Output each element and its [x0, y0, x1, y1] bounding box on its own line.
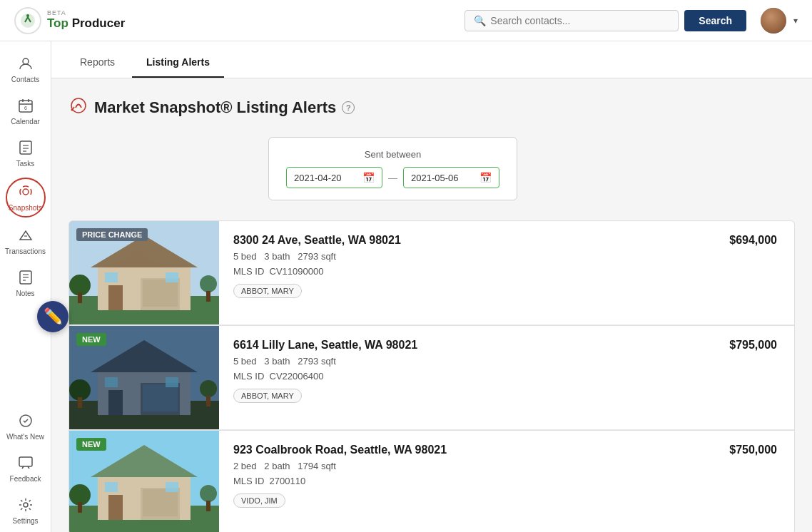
logo-icon — [14, 7, 41, 34]
svg-point-48 — [200, 380, 217, 397]
sidebar-item-snapshots[interactable]: Snapshots — [6, 178, 46, 218]
search-area: 🔍 Search ▾ — [465, 8, 798, 34]
svg-rect-57 — [105, 482, 118, 492]
listing-contact[interactable]: VIDO, JIM — [233, 493, 285, 508]
listing-address: 923 Coalbrook Road, Seattle, WA 98021 — [233, 444, 698, 456]
listings-list: PRICE CHANGE 8300 24 Ave, Seattle, WA 98… — [68, 220, 795, 532]
snapshots-icon — [18, 184, 34, 203]
search-input[interactable] — [490, 15, 669, 26]
sidebar-item-whats-new[interactable]: What's New — [0, 407, 51, 446]
whats-new-label: What's New — [6, 433, 44, 441]
search-button[interactable]: Search — [684, 10, 746, 31]
title-icon — [68, 96, 88, 120]
contacts-label: Contacts — [11, 76, 39, 83]
svg-rect-62 — [206, 501, 210, 511]
page-title: Market Snapshot® Listing Alerts ? — [68, 96, 795, 120]
listing-card[interactable]: NEW 6614 Lilly Lane, Seattle, WA 98021 5… — [68, 325, 795, 430]
calendar-icon: 6 — [18, 98, 34, 116]
listing-mls: MLS ID CV22006400 — [233, 371, 698, 382]
sidebar-item-contacts[interactable]: Contacts — [0, 50, 51, 89]
sidebar-item-tasks[interactable]: Tasks — [0, 134, 51, 173]
calendar-to-icon: 📅 — [479, 172, 492, 183]
fab-button[interactable]: ✏️ — [37, 301, 68, 332]
svg-point-12 — [23, 189, 29, 195]
svg-rect-43 — [108, 390, 123, 415]
svg-point-21 — [71, 98, 86, 113]
listing-details: 2 bed 2 bath 1794 sqft — [233, 461, 698, 471]
svg-rect-44 — [105, 377, 118, 387]
date-filter-label: Sent between — [365, 149, 422, 160]
notes-icon — [18, 270, 34, 287]
tab-listing-alerts[interactable]: Listing Alerts — [132, 46, 224, 78]
svg-rect-32 — [166, 272, 178, 282]
listing-card[interactable]: PRICE CHANGE 8300 24 Ave, Seattle, WA 98… — [68, 220, 795, 325]
svg-rect-56 — [108, 495, 123, 520]
page-title-text: Market Snapshot® Listing Alerts — [94, 98, 336, 117]
topbar: BETA Top Producer 🔍 Search ▾ — [0, 0, 812, 41]
svg-rect-19 — [19, 457, 32, 466]
listing-address: 6614 Lilly Lane, Seattle, WA 98021 — [233, 339, 698, 352]
avatar-caret-icon: ▾ — [793, 16, 798, 26]
content-area: Market Snapshot® Listing Alerts ? Sent b… — [51, 78, 812, 532]
feedback-label: Feedback — [10, 475, 41, 483]
listing-card[interactable]: NEW 923 Coalbrook Road, Seattle, WA 9802… — [68, 430, 795, 532]
avatar[interactable] — [761, 8, 786, 34]
date-inputs: 📅 — 📅 — [286, 167, 499, 188]
logo-brand-name: Top Producer — [47, 17, 125, 31]
snapshots-label: Snapshots — [9, 204, 42, 212]
date-to-wrap[interactable]: 📅 — [403, 167, 499, 188]
avatar-image — [761, 8, 786, 34]
logo-text: BETA Top Producer — [47, 10, 125, 31]
svg-rect-29 — [143, 280, 178, 307]
svg-rect-45 — [166, 377, 178, 387]
listing-badge: PRICE CHANGE — [76, 228, 148, 241]
date-from-wrap[interactable]: 📅 — [286, 167, 382, 188]
svg-rect-58 — [166, 482, 178, 492]
main-content: Reports Listing Alerts Market Snapshot® … — [51, 41, 812, 532]
sidebar-item-feedback[interactable]: Feedback — [0, 449, 51, 488]
settings-icon — [18, 497, 34, 515]
svg-point-1 — [26, 14, 29, 17]
feedback-icon — [18, 455, 34, 473]
listing-info: 923 Coalbrook Road, Seattle, WA 98021 2 … — [219, 431, 712, 532]
listing-info: 8300 24 Ave, Seattle, WA 98021 5 bed 3 b… — [219, 221, 712, 324]
sidebar-item-calendar[interactable]: 6 Calendar — [0, 92, 51, 131]
tasks-icon — [18, 140, 34, 158]
listing-image: PRICE CHANGE — [69, 221, 219, 324]
listing-image: NEW — [69, 431, 219, 532]
svg-point-35 — [200, 275, 217, 292]
contacts-icon — [18, 56, 34, 73]
whats-new-icon — [18, 413, 34, 431]
calendar-label: Calendar — [11, 118, 40, 126]
date-to-input[interactable] — [411, 173, 475, 183]
listing-contact[interactable]: ABBOT, MARY — [233, 389, 302, 403]
svg-point-2 — [23, 58, 29, 64]
svg-rect-55 — [143, 489, 178, 516]
help-icon[interactable]: ? — [342, 101, 355, 114]
calendar-from-icon: 📅 — [362, 172, 375, 183]
date-from-input[interactable] — [294, 173, 358, 183]
sidebar: Contacts 6 Calendar Tasks — [0, 41, 51, 532]
settings-label: Settings — [12, 517, 38, 525]
svg-rect-49 — [206, 396, 210, 406]
sidebar-item-transactions[interactable]: Transactions — [0, 222, 51, 261]
svg-point-20 — [24, 503, 28, 507]
svg-rect-60 — [78, 502, 82, 513]
listing-contact[interactable]: ABBOT, MARY — [233, 284, 302, 298]
listing-address: 8300 24 Ave, Seattle, WA 98021 — [233, 234, 698, 247]
svg-rect-47 — [78, 397, 82, 408]
listing-info: 6614 Lilly Lane, Seattle, WA 98021 5 bed… — [219, 326, 712, 429]
svg-rect-36 — [206, 291, 210, 302]
notes-label: Notes — [16, 290, 34, 297]
svg-point-61 — [200, 485, 217, 502]
tabs-bar: Reports Listing Alerts — [51, 41, 812, 78]
logo-area: BETA Top Producer — [14, 7, 125, 34]
transactions-icon — [18, 227, 34, 245]
sidebar-item-notes[interactable]: Notes — [0, 264, 51, 303]
svg-point-22 — [71, 109, 73, 111]
tab-reports[interactable]: Reports — [66, 46, 129, 78]
listing-price: $750,000 — [712, 431, 794, 532]
search-input-wrap[interactable]: 🔍 — [465, 10, 679, 31]
sidebar-item-settings[interactable]: Settings — [0, 491, 51, 531]
svg-rect-42 — [143, 384, 178, 411]
